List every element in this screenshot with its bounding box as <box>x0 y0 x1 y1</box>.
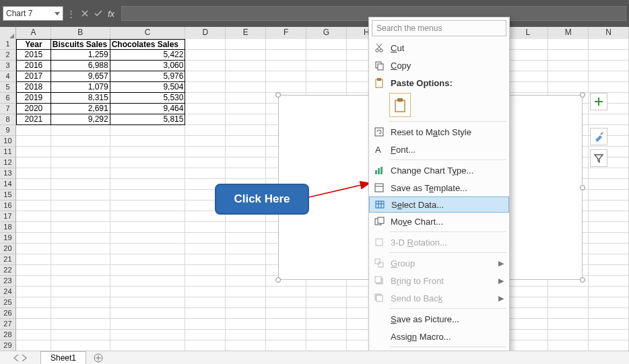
cell[interactable]: Chocolates Sales <box>110 39 186 50</box>
cell[interactable] <box>185 104 226 114</box>
col-header-C[interactable]: C <box>110 27 186 39</box>
row-header[interactable]: 6 <box>0 93 16 104</box>
cell[interactable] <box>226 319 266 330</box>
cell[interactable] <box>548 287 589 297</box>
cell[interactable] <box>226 50 266 61</box>
cell[interactable] <box>226 61 266 71</box>
cell[interactable]: Year <box>16 39 51 50</box>
cell[interactable] <box>306 50 347 61</box>
row-header[interactable]: 29 <box>0 340 16 351</box>
cell[interactable] <box>16 287 51 297</box>
cell[interactable] <box>508 330 548 340</box>
row-header[interactable]: 5 <box>0 82 16 93</box>
row-header[interactable]: 21 <box>0 254 16 265</box>
resize-handle-tl[interactable] <box>275 92 281 98</box>
menu-copy[interactable]: Copy <box>369 57 509 74</box>
cell[interactable]: 2019 <box>16 93 51 104</box>
cell[interactable] <box>16 222 51 233</box>
cell[interactable] <box>226 125 266 136</box>
cell[interactable]: 6,988 <box>51 61 110 71</box>
cell[interactable] <box>226 93 266 104</box>
paste-option-button[interactable] <box>389 93 411 117</box>
cell[interactable] <box>589 211 629 222</box>
cell[interactable] <box>589 71 629 82</box>
cell[interactable] <box>306 330 347 340</box>
cell[interactable] <box>226 276 266 287</box>
cell[interactable] <box>110 147 186 157</box>
cell[interactable] <box>589 308 629 319</box>
cell[interactable] <box>306 287 347 297</box>
cell[interactable] <box>266 319 306 330</box>
cell[interactable] <box>51 265 110 276</box>
cell[interactable] <box>226 114 266 125</box>
cell[interactable] <box>508 319 548 330</box>
cell[interactable] <box>266 297 306 308</box>
cell[interactable] <box>589 254 629 265</box>
col-header-M[interactable]: M <box>548 27 589 39</box>
cell[interactable] <box>508 71 548 82</box>
cell[interactable] <box>185 330 226 340</box>
cell[interactable] <box>508 297 548 308</box>
row-header[interactable]: 15 <box>0 190 16 201</box>
cell[interactable] <box>589 179 629 190</box>
cell[interactable]: 2018 <box>16 82 51 93</box>
row-header[interactable]: 4 <box>0 71 16 82</box>
cell[interactable]: 5,815 <box>110 114 186 125</box>
cell[interactable] <box>51 190 110 201</box>
cell[interactable] <box>185 222 226 233</box>
cell[interactable] <box>226 330 266 340</box>
cell[interactable] <box>589 287 629 297</box>
cell[interactable] <box>589 297 629 308</box>
cell[interactable] <box>226 71 266 82</box>
cell[interactable] <box>185 297 226 308</box>
cell[interactable] <box>51 287 110 297</box>
cell[interactable] <box>589 265 629 276</box>
cell[interactable] <box>548 297 589 308</box>
cell[interactable] <box>16 157 51 168</box>
cell[interactable] <box>306 82 347 93</box>
add-sheet-button[interactable] <box>92 351 105 365</box>
row-header[interactable]: 22 <box>0 265 16 276</box>
cell[interactable] <box>110 222 186 233</box>
row-header[interactable]: 28 <box>0 330 16 340</box>
cell[interactable] <box>51 340 110 351</box>
cell[interactable] <box>226 308 266 319</box>
cell[interactable]: 9,657 <box>51 71 110 82</box>
cell[interactable] <box>185 50 226 61</box>
cell[interactable] <box>508 50 548 61</box>
cell[interactable]: 5,976 <box>110 71 186 82</box>
cell[interactable] <box>306 297 347 308</box>
cell[interactable] <box>16 244 51 254</box>
cell[interactable] <box>548 330 589 340</box>
cell[interactable] <box>16 211 51 222</box>
cell[interactable] <box>16 201 51 211</box>
cell[interactable] <box>266 330 306 340</box>
row-header[interactable]: 12 <box>0 157 16 168</box>
cell[interactable] <box>185 254 226 265</box>
chart-filters-button[interactable] <box>590 149 607 167</box>
next-sheet-icon[interactable] <box>22 355 27 361</box>
cell[interactable] <box>51 157 110 168</box>
name-box[interactable]: Chart 7 <box>3 6 63 21</box>
cell[interactable] <box>226 136 266 147</box>
cell[interactable] <box>508 287 548 297</box>
cell[interactable] <box>226 233 266 244</box>
cell[interactable] <box>51 254 110 265</box>
cell[interactable]: 5,530 <box>110 93 186 104</box>
row-header[interactable]: 8 <box>0 114 16 125</box>
row-header[interactable]: 10 <box>0 136 16 147</box>
col-header-G[interactable]: G <box>306 27 347 39</box>
cell[interactable] <box>185 136 226 147</box>
cell[interactable] <box>185 287 226 297</box>
sheet-tab-sheet1[interactable]: Sheet1 <box>40 351 86 365</box>
cell[interactable] <box>266 82 306 93</box>
menu-assign-macro[interactable]: Assign Macro... <box>369 328 509 345</box>
cell[interactable] <box>226 244 266 254</box>
accept-formula-icon[interactable] <box>92 7 105 20</box>
cell[interactable] <box>51 222 110 233</box>
row-header[interactable]: 18 <box>0 222 16 233</box>
cell[interactable] <box>185 61 226 71</box>
cell[interactable] <box>110 265 186 276</box>
cell[interactable] <box>306 319 347 330</box>
cell[interactable] <box>306 39 347 50</box>
